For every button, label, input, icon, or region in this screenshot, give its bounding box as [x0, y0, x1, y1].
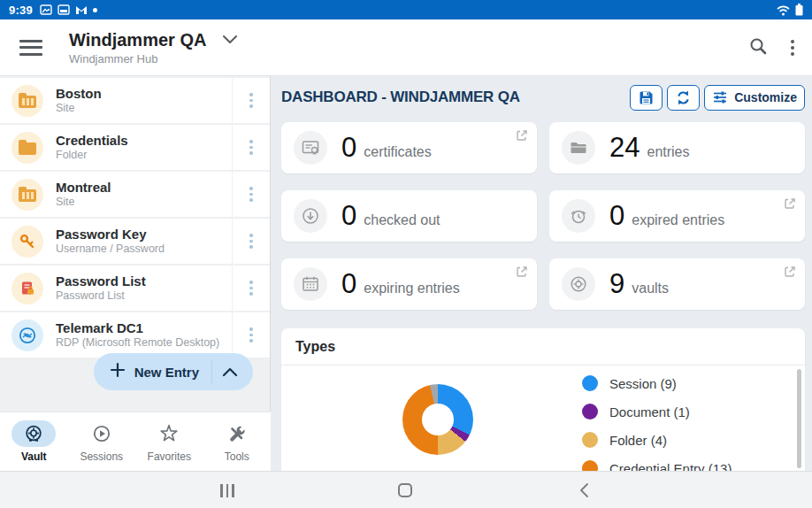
stat-value: 0 — [341, 132, 356, 164]
stat-label: expiring entries — [364, 281, 460, 296]
tab-label: Vault — [21, 450, 47, 463]
customize-button[interactable]: Customize — [704, 85, 805, 111]
calendar-icon — [294, 267, 327, 301]
item-overflow-menu[interactable] — [232, 312, 270, 358]
vault-icon — [562, 267, 595, 301]
overflow-menu-icon[interactable] — [791, 40, 794, 56]
screenshot-icon — [40, 4, 52, 15]
back-icon[interactable] — [557, 472, 610, 508]
save-button[interactable] — [630, 85, 663, 111]
chevron-up-icon[interactable] — [212, 367, 248, 377]
recents-icon[interactable] — [201, 472, 254, 508]
item-overflow-menu[interactable] — [232, 125, 270, 170]
tab-sessions[interactable]: Sessions — [68, 412, 136, 471]
card-vaults[interactable]: 9 vaults — [549, 258, 805, 310]
chart-title: Types — [295, 339, 335, 355]
sidebar: Boston Site Credentials Folder — [0, 76, 271, 471]
legend-dot — [582, 460, 598, 471]
sidebar-item-credentials[interactable]: Credentials Folder — [0, 125, 270, 170]
types-card: Types Session (9) Document (1) Folder (4… — [281, 328, 805, 471]
sim-icon — [57, 4, 70, 15]
certificate-icon — [294, 131, 327, 165]
types-donut-chart[interactable] — [402, 384, 473, 455]
menu-icon[interactable] — [19, 40, 42, 56]
entry-list: Boston Site Credentials Folder — [0, 76, 270, 358]
legend-label: Credential Entry (13) — [609, 461, 732, 472]
search-icon[interactable] — [748, 36, 768, 59]
legend-dot — [582, 432, 598, 448]
stat-cards: 0 certificates 24 entries — [281, 122, 805, 310]
legend-label: Document (1) — [609, 404, 690, 419]
sidebar-item-password-key[interactable]: Password Key Username / Password — [0, 219, 270, 264]
alarm-icon — [562, 199, 595, 233]
stat-label: checked out — [364, 212, 440, 228]
entry-subtitle: Username / Password — [56, 242, 232, 256]
stat-label: certificates — [364, 144, 431, 160]
entry-title: Password Key — [56, 227, 232, 242]
sidebar-item-boston[interactable]: Boston Site — [0, 78, 270, 123]
tab-tools[interactable]: Tools — [203, 412, 272, 471]
stat-label: vaults — [632, 281, 669, 296]
open-external-icon[interactable] — [516, 129, 528, 145]
card-checked-out[interactable]: 0 checked out — [281, 190, 537, 242]
wifi-icon — [776, 4, 791, 16]
legend-dot — [582, 375, 598, 391]
item-overflow-menu[interactable] — [232, 219, 270, 264]
types-header: Types — [281, 328, 805, 366]
tab-label: Tools — [225, 450, 249, 463]
dashboard-panel: DASHBOARD - WINDJAMMER QA Customize — [271, 76, 812, 471]
sessions-tab-icon — [80, 420, 124, 447]
clock: 9:39 — [9, 4, 33, 17]
card-expiring-entries[interactable]: 0 expiring entries — [281, 258, 537, 310]
stat-value: 0 — [609, 200, 624, 232]
legend-label: Session (9) — [609, 376, 677, 391]
tab-favorites[interactable]: Favorites — [135, 412, 203, 471]
legend-dot — [582, 404, 598, 419]
android-status-bar: 9:39 — [0, 0, 812, 19]
legend-item[interactable]: Folder (4) — [582, 426, 732, 454]
legend-item[interactable]: Session (9) — [582, 369, 732, 397]
entry-title: Password List — [56, 273, 232, 289]
open-external-icon[interactable] — [784, 197, 796, 213]
dashboard-title: DASHBOARD - WINDJAMMER QA — [281, 89, 520, 106]
entry-title: Boston — [56, 86, 232, 102]
open-external-icon[interactable] — [516, 266, 528, 281]
sidebar-item-montreal[interactable]: Montreal Site — [0, 172, 270, 217]
stat-value: 0 — [341, 200, 356, 232]
vault-title: Windjammer QA — [69, 30, 206, 50]
rdp-icon — [11, 319, 43, 351]
hub-subtitle: Windjammer Hub — [69, 52, 238, 65]
stat-label: expired entries — [632, 212, 724, 228]
stat-value: 9 — [609, 268, 624, 300]
item-overflow-menu[interactable] — [232, 172, 270, 217]
card-entries[interactable]: 24 entries — [549, 122, 805, 173]
item-overflow-menu[interactable] — [232, 266, 270, 311]
new-entry-button[interactable]: New Entry — [94, 353, 253, 390]
site-folder-icon — [11, 179, 43, 211]
chevron-down-icon[interactable] — [222, 32, 238, 48]
legend-item[interactable]: Credential Entry (13) — [582, 454, 732, 471]
chart-legend: Session (9) Document (1) Folder (4) Cred… — [582, 369, 732, 471]
refresh-button[interactable] — [667, 85, 700, 111]
entry-subtitle: Folder — [56, 149, 232, 162]
entry-title: Credentials — [56, 133, 232, 149]
item-overflow-menu[interactable] — [232, 78, 270, 123]
sidebar-item-telemark-dc1[interactable]: Telemark DC1 RDP (Microsoft Remote Deskt… — [0, 312, 270, 358]
tab-vault[interactable]: Vault — [0, 412, 68, 471]
dashboard-header: DASHBOARD - WINDJAMMER QA Customize — [281, 81, 805, 113]
legend-item[interactable]: Document (1) — [582, 397, 732, 426]
notification-dot-icon — [93, 8, 97, 12]
folder-icon — [11, 132, 43, 164]
stat-value: 24 — [609, 132, 640, 164]
customize-label: Customize — [734, 90, 797, 104]
sidebar-item-password-list[interactable]: Password List Password List — [0, 266, 270, 311]
tab-label: Sessions — [80, 450, 123, 463]
card-expired-entries[interactable]: 0 expired entries — [549, 190, 805, 242]
open-external-icon[interactable] — [784, 266, 796, 281]
app-header: Windjammer QA Windjammer Hub — [0, 19, 812, 76]
scrollbar[interactable] — [797, 369, 801, 468]
site-folder-icon — [11, 85, 43, 117]
home-icon[interactable] — [379, 472, 432, 508]
card-certificates[interactable]: 0 certificates — [281, 122, 537, 173]
favorites-tab-icon — [147, 420, 191, 447]
